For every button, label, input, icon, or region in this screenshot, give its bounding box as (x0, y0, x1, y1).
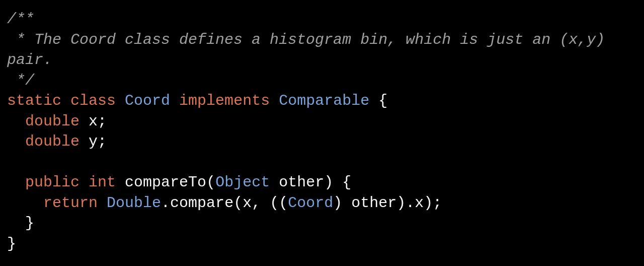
javadoc-body: * The Coord class defines a histogram bi… (7, 31, 614, 69)
javadoc-close: */ (7, 72, 34, 89)
code-block: /** * The Coord class defines a histogra… (7, 9, 637, 254)
semicolon: ; (98, 133, 107, 150)
brace-close: } (25, 215, 34, 232)
cast-open: (( (270, 194, 288, 212)
keyword-int: int (89, 174, 116, 191)
paren-open: ( (233, 194, 243, 212)
field-x: x (89, 113, 98, 130)
brace-open: { (378, 92, 387, 109)
compare-method: compare (170, 194, 233, 212)
param-type: Object (215, 174, 270, 191)
param-name: other (279, 174, 324, 191)
keyword-return: return (43, 194, 98, 212)
keyword-static: static (7, 92, 61, 109)
interface-name: Comparable (279, 92, 369, 109)
cast-close: ) (333, 194, 342, 212)
class-name: Coord (125, 92, 170, 109)
cast-type: Coord (288, 194, 333, 212)
paren-close: ) (324, 174, 333, 191)
keyword-class: class (70, 92, 116, 109)
paren-open: ( (206, 174, 215, 191)
keyword-implements: implements (179, 92, 270, 109)
semicolon: ; (98, 113, 107, 130)
field-access: .x (406, 194, 424, 212)
javadoc-open: /** (7, 11, 34, 28)
keyword-public: public (25, 174, 79, 191)
stmt-end: ); (424, 194, 442, 212)
comma: , (252, 194, 261, 212)
paren-close: ) (396, 194, 406, 212)
keyword-double: double (25, 133, 79, 150)
field-y: y (89, 133, 98, 150)
keyword-double: double (25, 113, 79, 130)
other-ref: other (351, 194, 396, 212)
dot: . (161, 194, 170, 212)
brace-open: { (342, 174, 351, 191)
double-class: Double (107, 194, 161, 212)
arg-x: x (243, 194, 252, 212)
method-name: compareTo (125, 174, 206, 191)
brace-close: } (7, 235, 16, 252)
